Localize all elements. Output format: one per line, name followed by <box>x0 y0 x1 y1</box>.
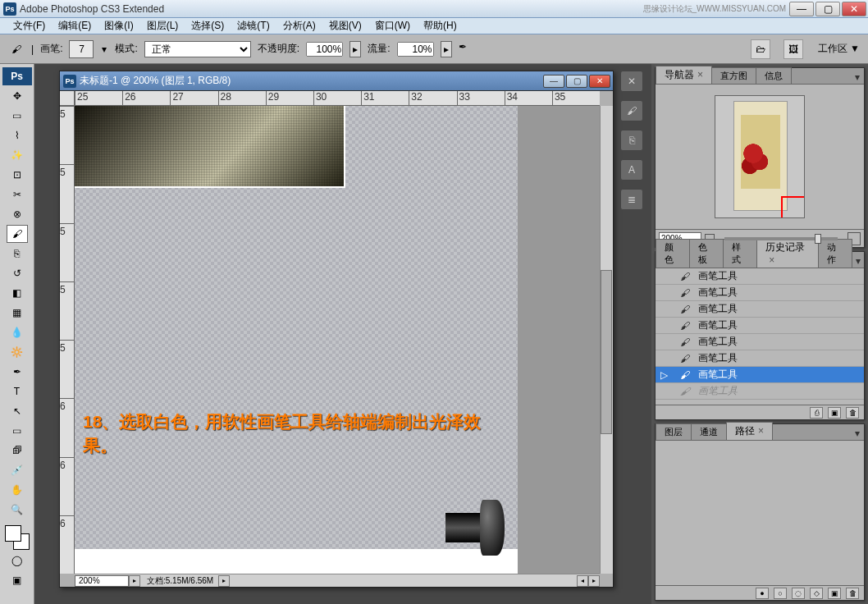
tab-actions[interactable]: 动作 <box>818 239 852 268</box>
screenmode-icon[interactable]: ▣ <box>7 571 28 589</box>
dodge-tool[interactable]: 🔆 <box>7 343 28 361</box>
menu-filter[interactable]: 滤镜(T) <box>231 19 276 33</box>
menu-image[interactable]: 图像(I) <box>98 19 139 33</box>
delete-path-icon[interactable]: 🗑 <box>846 588 859 599</box>
move-tool[interactable]: ✥ <box>7 87 28 105</box>
blend-mode-select[interactable]: 正常 <box>144 41 251 57</box>
history-item[interactable]: 🖌画笔工具 <box>656 350 864 367</box>
tab-history[interactable]: 历史记录× <box>756 238 819 268</box>
menu-window[interactable]: 窗口(W) <box>368 19 417 33</box>
opacity-stepper[interactable]: ▸ <box>349 41 361 57</box>
quickmask-icon[interactable]: ◯ <box>7 551 28 570</box>
navigator-viewport[interactable] <box>781 196 805 218</box>
history-item[interactable]: 🖌画笔工具 <box>656 285 864 301</box>
dock-brush-icon[interactable]: 🖌 <box>620 100 643 121</box>
slice-tool[interactable]: ✂ <box>7 185 28 204</box>
dock-para-icon[interactable]: ≣ <box>620 189 643 210</box>
tab-swatches[interactable]: 色板 <box>689 239 724 268</box>
delete-icon[interactable]: 🗑 <box>846 407 859 419</box>
panel-menu-icon[interactable]: ▾ <box>851 427 864 440</box>
document-titlebar[interactable]: Ps 未标题-1 @ 200% (图层 1, RGB/8) — ▢ ✕ <box>60 71 613 91</box>
tab-layers[interactable]: 图层 <box>656 423 692 440</box>
tab-color[interactable]: 颜色 <box>656 239 690 268</box>
stroke-path-icon[interactable]: ○ <box>774 588 787 599</box>
info-caret[interactable]: ▸ <box>218 575 230 587</box>
doc-minimize-button[interactable]: — <box>543 75 564 88</box>
navigator-preview[interactable] <box>656 85 864 229</box>
shape-tool[interactable]: ▭ <box>7 422 28 440</box>
dock-clone-icon[interactable]: ⎘ <box>620 130 643 151</box>
ruler-origin[interactable] <box>60 91 75 106</box>
dock-tools-icon[interactable]: ✕ <box>620 71 643 92</box>
tab-navigator[interactable]: 导航器× <box>656 66 712 84</box>
opacity-input[interactable] <box>306 42 343 57</box>
workspace-menu[interactable]: 工作区 ▼ <box>818 42 860 56</box>
history-item[interactable]: 🖌画笔工具 <box>656 301 864 318</box>
tab-styles[interactable]: 样式 <box>723 239 757 268</box>
heal-tool[interactable]: ⊗ <box>7 205 28 223</box>
minimize-button[interactable]: — <box>789 2 814 16</box>
hand-tool[interactable]: ✋ <box>7 481 28 499</box>
crop-tool[interactable]: ⊡ <box>7 166 28 184</box>
ps-logo-icon[interactable]: Ps <box>2 67 32 85</box>
menu-analysis[interactable]: 分析(A) <box>276 19 322 33</box>
brush-tool-icon[interactable]: 🖌 <box>8 41 25 57</box>
scroll-right-button[interactable]: ▸ <box>588 575 600 587</box>
path-select-tool[interactable]: ↖ <box>7 402 28 420</box>
menu-edit[interactable]: 编辑(E) <box>52 19 98 33</box>
brush-menu-caret[interactable]: ▾ <box>100 43 108 55</box>
eyedropper-tool[interactable]: 💉 <box>7 461 28 479</box>
wand-tool[interactable]: ✨ <box>7 146 28 164</box>
horizontal-ruler[interactable]: 2526272829303132333435 <box>75 91 600 106</box>
file-browser-icon[interactable]: 🗁 <box>751 39 770 59</box>
tab-channels[interactable]: 通道 <box>691 423 727 440</box>
doc-maximize-button[interactable]: ▢ <box>566 75 587 88</box>
foreground-color[interactable] <box>5 525 21 542</box>
fill-path-icon[interactable]: ● <box>756 588 769 599</box>
stamp-tool[interactable]: ⎘ <box>7 245 28 263</box>
doc-close-button[interactable]: ✕ <box>589 75 610 88</box>
flow-stepper[interactable]: ▸ <box>441 41 452 57</box>
tab-info[interactable]: 信息 <box>756 67 792 84</box>
color-swatch[interactable] <box>5 525 30 550</box>
new-snapshot-icon[interactable]: ⎙ <box>810 407 823 419</box>
pen-tool[interactable]: ✒ <box>7 363 28 381</box>
bridge-icon[interactable]: 🖼 <box>783 39 803 59</box>
maximize-button[interactable]: ▢ <box>815 2 840 16</box>
menu-view[interactable]: 视图(V) <box>322 19 368 33</box>
gradient-tool[interactable]: ▦ <box>7 304 28 322</box>
vertical-ruler[interactable]: 55555666 <box>60 106 75 574</box>
zoom-caret[interactable]: ▸ <box>129 575 140 587</box>
zoom-slider[interactable] <box>724 237 838 240</box>
menu-select[interactable]: 选择(S) <box>185 19 231 33</box>
scroll-left-button[interactable]: ◂ <box>577 575 588 587</box>
vertical-scrollbar[interactable] <box>600 106 613 574</box>
paths-list[interactable] <box>656 441 864 585</box>
canvas[interactable]: 18、选取白色，用软性画笔工具给轴端编制出光泽效果。 <box>75 106 600 574</box>
notes-tool[interactable]: 🗊 <box>7 442 28 460</box>
zoom-tool[interactable]: 🔍 <box>7 501 28 519</box>
eraser-tool[interactable]: ◧ <box>7 284 28 302</box>
history-item-future[interactable]: 🖌画笔工具 <box>656 383 864 400</box>
tab-histogram[interactable]: 直方图 <box>711 67 756 84</box>
history-item-selected[interactable]: ▷🖌画笔工具 <box>656 367 864 383</box>
marquee-tool[interactable]: ▭ <box>7 107 28 125</box>
make-path-icon[interactable]: ◇ <box>810 588 823 599</box>
brush-preview[interactable]: 7 <box>69 40 94 58</box>
panel-menu-icon[interactable]: ▾ <box>852 254 864 268</box>
selection-icon[interactable]: ◌ <box>792 588 805 599</box>
lasso-tool[interactable]: ⌇ <box>7 126 28 144</box>
dock-char-icon[interactable]: A <box>620 159 643 181</box>
flow-input[interactable] <box>397 42 434 57</box>
airbrush-icon[interactable]: ✒ <box>459 41 475 57</box>
tab-paths[interactable]: 路径× <box>726 422 773 440</box>
new-state-icon[interactable]: ▣ <box>828 407 841 419</box>
type-tool[interactable]: T <box>7 382 28 400</box>
document-info[interactable]: 文档:5.15M/6.56M <box>147 575 213 587</box>
menu-file[interactable]: 文件(F) <box>7 19 52 33</box>
history-item[interactable]: 🖌画笔工具 <box>656 318 864 334</box>
new-path-icon[interactable]: ▣ <box>828 588 841 599</box>
blur-tool[interactable]: 💧 <box>7 323 28 341</box>
history-item[interactable]: 🖌画笔工具 <box>656 268 864 285</box>
menu-layer[interactable]: 图层(L) <box>140 19 185 33</box>
